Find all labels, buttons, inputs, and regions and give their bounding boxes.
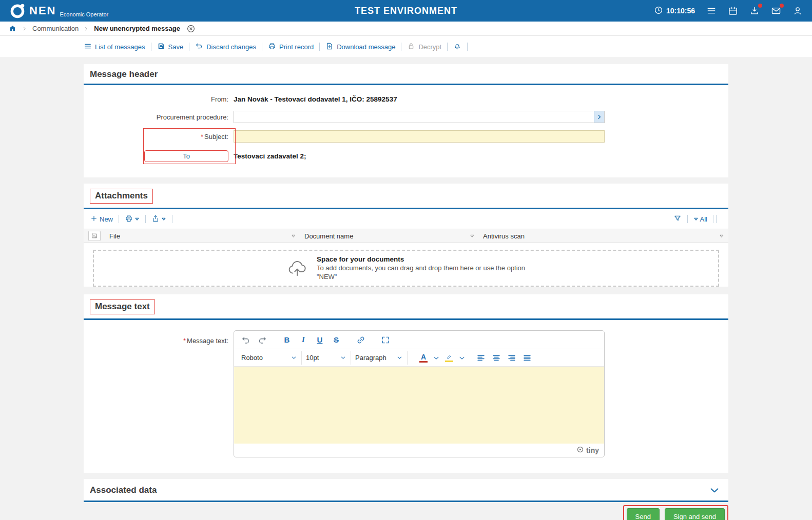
filter-funnel-icon: [673, 214, 682, 224]
main-menu-button[interactable]: [706, 6, 717, 16]
print-record-button[interactable]: Print record: [268, 42, 314, 52]
align-right-button[interactable]: [504, 351, 519, 365]
procurement-procedure-input[interactable]: [234, 111, 605, 123]
column-settings-icon[interactable]: [88, 231, 101, 241]
message-header-title: Message header: [84, 64, 728, 84]
block-format-select[interactable]: Paragraph: [351, 351, 408, 365]
dropdown-caret-icon: [134, 215, 140, 223]
highlight-color-button[interactable]: [440, 351, 458, 365]
calendar-button[interactable]: [728, 6, 738, 16]
font-family-select[interactable]: Roboto: [237, 351, 302, 365]
editor-footer: tiny: [234, 444, 604, 457]
send-button[interactable]: Send: [627, 508, 660, 520]
subject-input[interactable]: [234, 130, 605, 143]
strikethrough-button[interactable]: S: [328, 333, 344, 347]
font-size-select[interactable]: 10pt: [302, 351, 351, 365]
notifications-bell-button[interactable]: [453, 42, 461, 52]
italic-button[interactable]: I: [296, 333, 311, 347]
user-profile-button[interactable]: [792, 6, 803, 16]
print-record-label: Print record: [279, 43, 314, 51]
documents-dropzone[interactable]: Space for your documents To add document…: [93, 250, 719, 287]
text-color-caret[interactable]: [432, 351, 440, 365]
plus-icon: [90, 214, 98, 224]
highlight-color-caret[interactable]: [458, 351, 466, 365]
procurement-lookup-button[interactable]: [594, 111, 604, 123]
procurement-procedure-label: Procurement procedure:: [84, 113, 234, 121]
attachments-table-header: File Document name Antivirus scan: [84, 229, 728, 243]
toolbar-separator: [172, 215, 172, 223]
nen-logo-icon: [9, 3, 26, 19]
messages-notification-badge: [780, 4, 784, 8]
column-header-antivirus[interactable]: Antivirus scan: [479, 229, 728, 243]
fullscreen-button[interactable]: [378, 333, 393, 347]
bold-button[interactable]: B: [279, 333, 295, 347]
text-color-button[interactable]: A: [415, 351, 432, 365]
toolbar-separator: [401, 43, 401, 51]
message-text-title: Message text: [90, 299, 155, 314]
column-filter-caret-icon[interactable]: [470, 233, 475, 238]
from-label: From:: [84, 95, 234, 103]
highlight-color-swatch: [445, 361, 453, 362]
save-icon: [157, 42, 165, 52]
to-button[interactable]: To: [144, 150, 228, 162]
tiny-brand-label: tiny: [586, 446, 599, 454]
column-header-file[interactable]: File: [105, 229, 300, 243]
toolbar-separator: [151, 43, 151, 51]
underline-button[interactable]: U: [312, 333, 327, 347]
discard-changes-button[interactable]: Discard changes: [195, 42, 256, 52]
breadcrumb-communication[interactable]: Communication: [32, 25, 79, 32]
editor-toolbar-row-2: Roboto 10pt Paragraph A: [234, 349, 604, 367]
column-filter-caret-icon[interactable]: [719, 233, 724, 238]
column-header-document-name-label: Document name: [304, 232, 353, 240]
expand-section-chevron-icon[interactable]: [709, 485, 720, 496]
filter-all-button[interactable]: All: [693, 215, 707, 223]
undo-button[interactable]: [238, 333, 254, 347]
attachments-title: Attachments: [90, 189, 153, 204]
actions-highlight-box: Send Sign and send: [623, 505, 729, 520]
save-button[interactable]: Save: [157, 42, 184, 52]
nen-brand[interactable]: NEN Economic Operator: [9, 3, 108, 19]
new-attachment-button[interactable]: New: [90, 214, 113, 224]
to-recipients-value: Testovací zadavatel 2;: [234, 152, 728, 160]
home-icon[interactable]: [8, 24, 17, 33]
sign-and-send-button[interactable]: Sign and send: [665, 508, 725, 520]
required-asterisk: *: [201, 133, 203, 141]
associated-data-title: Associated data: [90, 485, 157, 495]
messages-button[interactable]: [771, 6, 781, 16]
link-button[interactable]: [353, 333, 369, 347]
align-left-button[interactable]: [473, 351, 489, 365]
message-text-input-area[interactable]: [234, 367, 604, 444]
column-header-document-name[interactable]: Document name: [300, 229, 479, 243]
align-justify-button[interactable]: [519, 351, 535, 365]
align-center-button[interactable]: [489, 351, 504, 365]
list-icon: [84, 42, 92, 52]
export-icon: [151, 214, 160, 224]
message-header-form: From: Jan Novák - Testovací dodavatel 1,…: [84, 85, 728, 177]
printer-icon: [268, 42, 276, 52]
cloud-upload-icon: [287, 260, 308, 276]
download-message-label: Download message: [337, 43, 395, 51]
decrypt-button[interactable]: Decrypt: [407, 42, 441, 52]
toolbar-separator: [189, 43, 189, 51]
topbar: NEN Economic Operator TEST ENVIRONMENT 1…: [0, 0, 812, 22]
document-download-icon: [325, 42, 334, 52]
close-tab-icon[interactable]: [186, 24, 196, 33]
downloads-button[interactable]: [749, 6, 760, 16]
export-attachments-button[interactable]: [151, 214, 166, 224]
downloads-notification-badge: [758, 4, 762, 8]
dropzone-instructions-new: "NEW": [317, 273, 525, 281]
download-message-button[interactable]: Download message: [325, 42, 395, 52]
toolbar-separator: [145, 215, 146, 223]
column-filter-caret-icon[interactable]: [291, 233, 296, 238]
print-attachments-button[interactable]: [125, 214, 140, 224]
clock-icon: [654, 6, 663, 16]
associated-data-section: Associated data: [84, 479, 728, 502]
redo-button[interactable]: [255, 333, 270, 347]
filter-button[interactable]: [673, 214, 682, 224]
breadcrumb-current: New unencrypted message: [94, 25, 180, 32]
subject-label: Subject:: [204, 133, 228, 141]
list-of-messages-button[interactable]: List of messages: [84, 42, 145, 52]
bottom-actions-bar: Send Sign and send: [84, 505, 728, 520]
message-header-section: Message header From: Jan Novák - Testova…: [84, 64, 728, 177]
printer-icon: [125, 214, 133, 224]
